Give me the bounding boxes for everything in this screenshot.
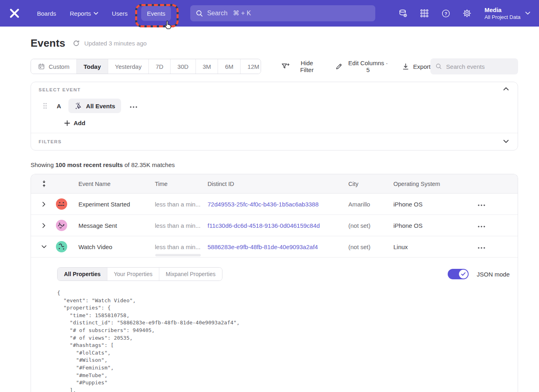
date-range-12m[interactable]: 12M <box>241 59 261 74</box>
date-range-7d[interactable]: 7D <box>149 59 171 74</box>
date-range-label: Custom <box>49 63 70 70</box>
global-search-input[interactable] <box>207 10 370 17</box>
event-row-letter: A <box>57 103 61 109</box>
date-range-30d[interactable]: 30D <box>171 59 196 74</box>
global-search[interactable] <box>190 5 375 21</box>
event-avatar <box>56 198 67 210</box>
column-distinct-id: Distinct ID <box>208 181 348 187</box>
face-icon <box>56 198 67 210</box>
nav-item-boards[interactable]: Boards <box>37 10 56 17</box>
chevron-down-icon <box>41 245 47 248</box>
collapse-row-button[interactable] <box>38 245 49 248</box>
distinct-id-link[interactable]: 72d49553-25fc-4f0c-b436-1b5ac6ab3388 <box>208 201 348 208</box>
nav-item-users[interactable]: Users <box>112 10 128 17</box>
download-icon <box>402 63 409 70</box>
ellipsis-icon <box>130 106 137 108</box>
export-button[interactable]: Export <box>402 63 430 70</box>
json-mode-toggle[interactable] <box>448 269 469 279</box>
cell-os: iPhone OS <box>393 201 470 208</box>
nav-item-label: Users <box>112 10 128 17</box>
distinct-id-link[interactable]: 5886283e-e9fb-48fb-81de-40e9093a2af4 <box>208 243 348 250</box>
cell-event-name: Experiment Started <box>78 201 155 208</box>
refresh-icon[interactable] <box>72 39 80 47</box>
event-selector-button[interactable]: All Events <box>68 99 121 113</box>
expand-row-button[interactable] <box>38 223 49 228</box>
nav-item-events[interactable]: Events <box>141 6 171 21</box>
results-summary: Showing 100 most recent results of 82.35… <box>31 161 518 168</box>
hide-filter-button[interactable]: Hide Filter <box>281 60 320 73</box>
scroll-indicator[interactable] <box>155 254 201 256</box>
events-page: Events Updated 3 minutes ago Custom Toda… <box>0 27 539 392</box>
page-title: Events <box>31 37 65 50</box>
date-range-label: 12M <box>247 63 259 70</box>
chevron-up-icon[interactable] <box>503 87 509 91</box>
date-range-today[interactable]: Today <box>77 59 108 74</box>
tab-mixpanel-properties[interactable]: Mixpanel Properties <box>159 268 222 281</box>
drag-handle-icon[interactable] <box>43 103 47 109</box>
check-icon <box>461 272 466 276</box>
cell-city: (not set) <box>348 222 393 229</box>
project-selector[interactable]: Media All Project Data <box>484 6 530 21</box>
filter-funnel-icon <box>281 63 290 70</box>
date-range-yesterday[interactable]: Yesterday <box>108 59 149 74</box>
toggle-knob <box>459 270 468 279</box>
table-row-expanded[interactable]: Watch Video less than a min... 5886283e-… <box>31 236 518 258</box>
collapse-all-button[interactable] <box>38 180 49 187</box>
date-range-label: 7D <box>156 63 163 70</box>
face-icon <box>56 241 67 252</box>
row-more-button[interactable] <box>476 221 487 230</box>
project-name: Media <box>484 6 520 14</box>
apps-grid-icon[interactable] <box>420 8 429 18</box>
nav-item-label: Boards <box>37 10 56 17</box>
chevron-down-icon <box>94 12 98 15</box>
event-row-more-button[interactable] <box>128 101 139 111</box>
settings-gear-icon[interactable] <box>462 8 472 18</box>
event-query-row: A All Events <box>39 99 510 113</box>
select-event-section: SELECT EVENT A <box>31 82 518 133</box>
column-city: City <box>348 181 393 187</box>
table-row[interactable]: Message Sent less than a min... f11c30d6… <box>31 215 518 236</box>
select-event-label: SELECT EVENT <box>39 87 510 92</box>
search-icon <box>196 10 203 17</box>
date-range-custom[interactable]: Custom <box>31 59 77 74</box>
event-avatar <box>56 241 67 252</box>
cell-event-name: Watch Video <box>78 243 155 250</box>
date-range-6m[interactable]: 6M <box>218 59 241 74</box>
event-json: { "event": "Watch Video", "properties": … <box>57 289 510 392</box>
chevron-right-icon <box>42 223 45 228</box>
mixpanel-logo[interactable] <box>9 7 21 19</box>
edit-columns-button[interactable]: Edit Columns · 5 <box>335 60 390 73</box>
distinct-id-link[interactable]: f11c30d6-dc6d-4518-9136-0d046159c84d <box>208 222 348 229</box>
calendar-icon <box>38 63 45 70</box>
ellipsis-icon <box>478 226 485 227</box>
properties-tabs: All Properties Your Properties Mixpanel … <box>57 267 222 281</box>
row-more-button[interactable] <box>476 242 487 252</box>
date-range-label: Today <box>84 63 101 70</box>
updated-text: Updated 3 minutes ago <box>84 40 146 47</box>
help-icon[interactable]: ? <box>441 8 451 18</box>
add-event-button[interactable]: Add <box>64 120 85 126</box>
nav-item-reports[interactable]: Reports <box>70 10 99 17</box>
row-more-button[interactable] <box>476 200 487 209</box>
cell-time: less than a min... <box>155 243 208 250</box>
hide-filter-label: Hide Filter <box>294 60 321 73</box>
table-row[interactable]: Experiment Started less than a min... 72… <box>31 194 518 215</box>
chevron-down-icon[interactable] <box>503 140 509 143</box>
tab-all-properties[interactable]: All Properties <box>58 268 107 281</box>
summary-prefix: Showing <box>31 161 56 168</box>
event-avatar <box>56 220 67 231</box>
expand-row-button[interactable] <box>38 202 49 207</box>
column-time: Time <box>155 181 208 187</box>
cell-event-name: Message Sent <box>78 222 155 229</box>
nav-item-label: Reports <box>70 10 91 17</box>
search-events-input[interactable] <box>446 63 513 70</box>
tab-your-properties[interactable]: Your Properties <box>107 268 159 281</box>
data-management-icon[interactable] <box>398 8 408 18</box>
column-operating-system: Operating System <box>393 181 470 187</box>
search-events[interactable] <box>430 58 518 74</box>
project-scope: All Project Data <box>484 14 520 21</box>
search-icon <box>436 63 442 70</box>
summary-count: 100 most recent results <box>56 161 123 168</box>
cell-os: Linux <box>393 243 470 250</box>
date-range-3m[interactable]: 3M <box>196 59 218 74</box>
